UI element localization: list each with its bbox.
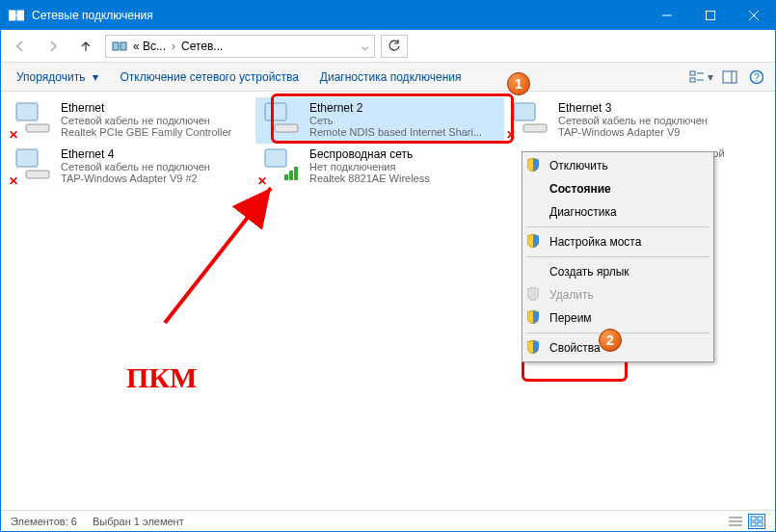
connection-status: Сетевой кабель не подключен (558, 115, 708, 126)
titlebar: Сетевые подключения (1, 1, 775, 30)
chevron-down-icon[interactable]: ⌵ (361, 40, 368, 53)
connection-status: Нет подключения (309, 161, 430, 173)
wifi-adapter-icon: ✕ (261, 147, 304, 186)
svg-rect-10 (690, 78, 695, 82)
svg-rect-17 (16, 103, 38, 120)
svg-rect-1 (17, 11, 24, 20)
title-buttons (645, 1, 775, 30)
connection-name: Ethernet 3 (558, 101, 708, 115)
svg-rect-35 (751, 522, 756, 526)
svg-text:?: ? (754, 72, 760, 83)
annotation-balloon-1: 1 (507, 72, 530, 95)
status-selected: Выбран 1 элемент (93, 516, 184, 527)
status-bar: Элементов: 6 Выбран 1 элемент (1, 510, 775, 531)
organize-button[interactable]: Упорядочить▾ (9, 67, 106, 87)
svg-rect-36 (758, 522, 763, 526)
view-details-button[interactable] (727, 514, 744, 529)
connection-wireless[interactable]: ✕ Беспроводная сеть Нет подключения Real… (255, 144, 504, 190)
forward-button[interactable] (40, 35, 67, 58)
separator (526, 226, 709, 227)
svg-rect-0 (9, 11, 15, 20)
svg-rect-21 (514, 103, 535, 120)
chevron-right-icon: › (172, 40, 175, 53)
svg-rect-8 (120, 42, 126, 50)
connection-device: Realtek PCIe GBE Family Controller (61, 126, 231, 138)
disconnected-icon: ✕ (9, 128, 18, 142)
ctx-bridge[interactable]: Настройка моста (522, 230, 713, 253)
refresh-button[interactable] (381, 35, 408, 58)
connection-ethernet-2[interactable]: Ethernet 2 Сеть Remote NDIS based Intern… (255, 97, 504, 144)
breadcrumb-2[interactable]: Сетев... (181, 40, 223, 53)
window: Сетевые подключения « Вс... › Сетев... ⌵… (0, 0, 776, 532)
separator (526, 256, 709, 257)
connection-device: Realtek 8821AE Wireless (309, 173, 430, 184)
svg-rect-19 (265, 103, 286, 120)
svg-rect-7 (113, 42, 119, 50)
diagnose-button[interactable]: Диагностика подключения (312, 67, 469, 87)
shield-icon (527, 310, 543, 326)
connection-device: TAP-Windows Adapter V9 #2 (61, 173, 210, 184)
ctx-rename[interactable]: Переим (522, 306, 713, 330)
network-icon (112, 39, 127, 54)
close-button[interactable] (732, 1, 775, 30)
connection-device: Remote NDIS based Internet Shari... (309, 126, 482, 138)
shield-icon (527, 158, 543, 173)
shield-icon (527, 340, 543, 356)
view-button[interactable]: ▾ (686, 66, 713, 88)
connection-ethernet[interactable]: ✕ Ethernet Сетевой кабель не подключен R… (7, 97, 255, 144)
ctx-disable[interactable]: Отключить (522, 154, 713, 177)
connection-name: Ethernet 4 (61, 147, 210, 161)
svg-rect-26 (284, 174, 288, 180)
window-title: Сетевые подключения (32, 9, 645, 22)
toolbar: Упорядочить▾ Отключение сетевого устройс… (1, 63, 775, 92)
ctx-status[interactable]: Состояние (522, 177, 713, 200)
network-adapter-icon: ✕ (13, 101, 55, 140)
svg-rect-28 (294, 167, 298, 180)
svg-rect-27 (289, 171, 293, 180)
connection-status: Сетевой кабель не подключен (61, 115, 231, 126)
svg-line-29 (165, 188, 271, 323)
svg-rect-24 (26, 171, 49, 178)
disconnected-icon: ✕ (506, 128, 516, 142)
connection-name: Ethernet (61, 101, 231, 115)
breadcrumb-1[interactable]: « Вс... (133, 40, 166, 53)
view-large-icons-button[interactable] (748, 514, 765, 529)
network-adapter-icon: ✕ (13, 147, 55, 186)
connection-name: Ethernet 2 (309, 101, 482, 115)
annotation-label-pkm: ПКМ (126, 361, 197, 394)
svg-rect-20 (275, 124, 298, 132)
up-button[interactable] (72, 35, 99, 58)
disconnected-icon: ✕ (257, 174, 267, 188)
disconnected-icon: ✕ (9, 174, 18, 188)
network-adapter-icon: ✕ (510, 101, 552, 140)
connection-ethernet-4[interactable]: ✕ Ethernet 4 Сетевой кабель не подключен… (7, 144, 255, 190)
app-icon (9, 8, 24, 23)
connection-device: TAP-Windows Adapter V9 (558, 126, 708, 138)
shield-icon (527, 287, 543, 303)
svg-rect-25 (265, 149, 286, 167)
connection-ethernet-3[interactable]: ✕ Ethernet 3 Сетевой кабель не подключен… (504, 97, 753, 144)
preview-pane-button[interactable] (719, 66, 740, 88)
ctx-diagnose[interactable]: Диагностика (522, 200, 713, 224)
chevron-down-icon: ▾ (93, 70, 98, 84)
ctx-delete: Удалить (522, 283, 713, 306)
back-button[interactable] (7, 35, 34, 58)
svg-rect-9 (690, 71, 695, 75)
connection-status: Сетевой кабель не подключен (61, 161, 210, 173)
help-button[interactable]: ? (746, 66, 767, 88)
svg-rect-18 (26, 124, 49, 132)
minimize-button[interactable] (645, 1, 688, 30)
ctx-shortcut[interactable]: Создать ярлык (522, 260, 713, 283)
svg-rect-22 (523, 124, 547, 132)
network-adapter-icon (261, 101, 304, 140)
disable-device-button[interactable]: Отключение сетевого устройства (112, 67, 306, 87)
content-area: ✕ Ethernet Сетевой кабель не подключен R… (1, 92, 775, 510)
annotation-balloon-2: 2 (599, 329, 622, 352)
shield-icon (527, 234, 543, 250)
connection-name: Беспроводная сеть (309, 147, 430, 161)
address-box[interactable]: « Вс... › Сетев... ⌵ (105, 35, 375, 58)
svg-rect-13 (723, 71, 736, 83)
svg-rect-23 (16, 149, 38, 167)
maximize-button[interactable] (688, 1, 732, 30)
svg-rect-33 (751, 517, 756, 520)
